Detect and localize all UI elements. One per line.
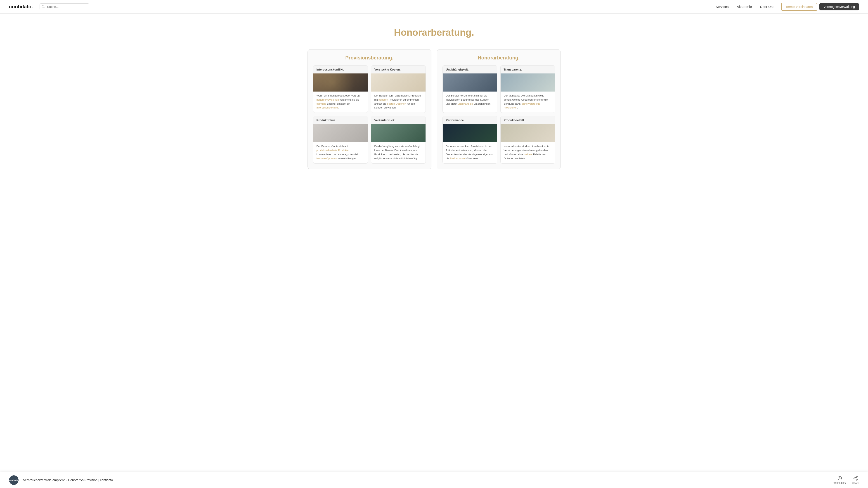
cards-grid-honorarberatung: Unabhängigkeit. Der Berater konzentriert… (442, 65, 555, 164)
panel-honorarberatung: Honorarberatung. Unabhängigkeit. Der Ber… (437, 49, 561, 169)
page-title: Honorarberatung. (308, 27, 561, 38)
card-produktfokus-image (313, 124, 368, 142)
card-produktfokus-body: Der Berater könnte sich auf provisionsba… (313, 142, 368, 163)
card-produktfokus: Produktfokus. Der Berater könnte sich au… (313, 116, 368, 163)
card-verkaufsdruck-image (371, 124, 426, 142)
nav-ueber-uns[interactable]: Über Uns (760, 5, 774, 9)
card-unabhaengigkeit-image (443, 73, 497, 92)
search-input[interactable] (39, 3, 89, 10)
card-verkaufsdruck: Verkaufsdruck. Da die Vergütung vom Verk… (371, 116, 426, 163)
card-transparenz: Transparenz. Der Mandant / Die Mandantin… (500, 65, 555, 113)
search-wrap (39, 3, 89, 10)
card-transparenz-header: Transparenz. (501, 66, 555, 73)
card-versteckte-kosten: Versteckte Kosten. Der Berater kann dazu… (371, 65, 426, 113)
card-produktvielfalt: Produktvielfalt. Honorarberater sind nic… (500, 116, 555, 163)
card-interessenskonflikt-body: Wenn ein Finanzprodukt oder Vertrag höhe… (313, 92, 368, 112)
nav-akademie[interactable]: Akademie (737, 5, 752, 9)
termin-button[interactable]: Termin vereinbaren (781, 3, 817, 11)
card-produktvielfalt-image (501, 124, 555, 142)
vermoegen-button[interactable]: Vermögensverwaltung (819, 3, 859, 10)
card-performance-header: Performance. (443, 116, 497, 124)
panel-honorarberatung-title: Honorarberatung. (442, 55, 555, 61)
card-unabhaengigkeit: Unabhängigkeit. Der Berater konzentriert… (442, 65, 497, 113)
panel-provisionsberatung-title: Provisionsberatung. (313, 55, 426, 61)
card-performance: Performance. Da keine versteckten Provis… (442, 116, 497, 163)
card-interessenskonflikt-header: Interessenskonflikt. (313, 66, 368, 73)
card-produktvielfalt-body: Honorarberater sind nicht an bestimmte V… (501, 142, 555, 163)
nav-services[interactable]: Services (716, 5, 729, 9)
card-versteckte-kosten-header: Versteckte Kosten. (371, 66, 426, 73)
card-verkaufsdruck-body: Da die Vergütung vom Verkauf abhängt, ka… (371, 142, 426, 163)
card-performance-body: Da keine versteckten Provisionen in den … (443, 142, 497, 163)
panel-provisionsberatung: Provisionsberatung. Interessenskonflikt.… (308, 49, 431, 169)
nav-links: Services Akademie Über Uns (716, 5, 774, 9)
card-unabhaengigkeit-header: Unabhängigkeit. (443, 66, 497, 73)
card-versteckte-kosten-image (371, 73, 426, 92)
card-verkaufsdruck-header: Verkaufsdruck. (371, 116, 426, 124)
svg-line-1 (44, 7, 44, 8)
cards-grid-provisionsberatung: Interessenskonflikt. Wenn ein Finanzprod… (313, 65, 426, 164)
comparison-grid: Provisionsberatung. Interessenskonflikt.… (308, 49, 561, 169)
search-icon (41, 5, 45, 9)
card-transparenz-image (501, 73, 555, 92)
svg-point-0 (42, 5, 44, 7)
navbar: confidato. Services Akademie Über Uns Te… (0, 0, 868, 13)
card-produktfokus-header: Produktfokus. (313, 116, 368, 124)
card-interessenskonflikt: Interessenskonflikt. Wenn ein Finanzprod… (313, 65, 368, 113)
logo[interactable]: confidato. (9, 4, 33, 10)
card-interessenskonflikt-image (313, 73, 368, 92)
card-transparenz-body: Der Mandant / Die Mandantin weiß genau, … (501, 92, 555, 112)
card-performance-image (443, 124, 497, 142)
card-unabhaengigkeit-body: Der Berater konzentriert sich auf die in… (443, 92, 497, 108)
main-content: Honorarberatung. Provisionsberatung. Int… (299, 13, 570, 178)
card-versteckte-kosten-body: Der Berater kann dazu neigen, Produkte m… (371, 92, 426, 112)
card-produktvielfalt-header: Produktvielfalt. (501, 116, 555, 124)
